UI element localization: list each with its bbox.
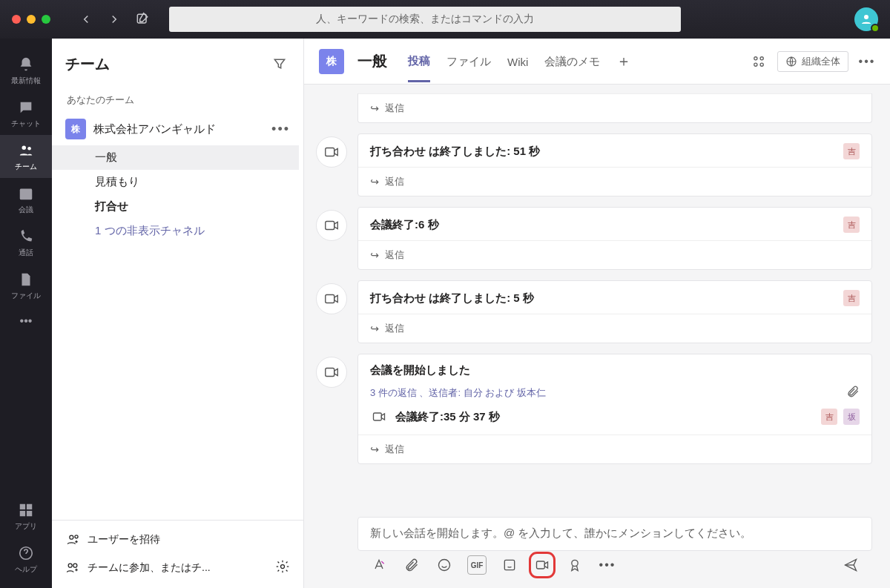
attach-icon[interactable] — [402, 555, 421, 575]
sub-message-title: 会議終了:35 分 37 秒 — [395, 410, 500, 424]
window-controls — [12, 15, 50, 24]
rail-apps[interactable]: アプリ — [0, 495, 52, 538]
section-your-teams: あなたのチーム — [52, 86, 299, 113]
svg-rect-7 — [20, 511, 25, 516]
rail-teams[interactable]: チーム — [0, 135, 52, 178]
reply-button[interactable]: ↩返信 — [358, 93, 871, 122]
channel-more-icon[interactable]: ••• — [859, 53, 875, 70]
reply-button[interactable]: ↩返信 — [358, 240, 871, 269]
minimize-window[interactable] — [27, 15, 36, 24]
meet-now-icon[interactable] — [533, 555, 552, 575]
join-create-label: チームに参加、またはチ... — [88, 561, 268, 575]
svg-rect-24 — [374, 413, 382, 420]
rail-more[interactable]: ••• — [15, 307, 37, 335]
search-input[interactable]: 人、キーワードの検索、またはコマンドの入力 — [169, 7, 681, 32]
svg-point-25 — [439, 560, 450, 571]
message-item: 会議終了:6 秒 吉 ↩返信 — [316, 207, 872, 270]
message-item: ↩返信 — [316, 93, 872, 123]
rail-chat[interactable]: チャット — [0, 92, 52, 135]
channel-team-avatar: 株 — [319, 49, 344, 74]
participant-avatar: 吉 — [821, 409, 837, 425]
privacy-button[interactable]: 組織全体 — [777, 51, 848, 72]
svg-point-1 — [864, 15, 868, 19]
svg-point-17 — [754, 63, 757, 66]
attachment-icon[interactable] — [846, 385, 860, 400]
reply-button[interactable]: ↩返信 — [358, 167, 871, 196]
svg-point-13 — [73, 564, 77, 567]
titlebar: 人、キーワードの検索、またはコマンドの入力 — [0, 0, 890, 39]
compose-more-icon[interactable]: ••• — [598, 555, 617, 575]
message-item: 打ち合わせ は終了しました: 51 秒 吉 ↩返信 — [316, 133, 872, 196]
rail-activity[interactable]: 最新情報 — [0, 49, 52, 92]
reply-button[interactable]: ↩返信 — [358, 314, 871, 343]
tab-files[interactable]: ファイル — [446, 42, 491, 81]
svg-rect-22 — [326, 295, 334, 303]
message-title: 会議終了:6 秒 — [370, 218, 439, 232]
team-more-icon[interactable]: ••• — [271, 122, 290, 137]
svg-rect-8 — [27, 511, 32, 516]
tab-wiki[interactable]: Wiki — [507, 42, 528, 80]
praise-icon[interactable] — [565, 555, 584, 575]
emoji-icon[interactable] — [435, 555, 454, 575]
invite-users-button[interactable]: ユーザーを招待 — [62, 526, 293, 553]
tab-posts[interactable]: 投稿 — [408, 41, 430, 82]
svg-point-10 — [70, 535, 73, 539]
channel-general[interactable]: 一般 — [52, 145, 299, 170]
svg-point-28 — [572, 560, 578, 566]
tab-notes[interactable]: 会議のメモ — [544, 42, 600, 81]
rail-label: 通話 — [19, 248, 33, 258]
maximize-window[interactable] — [42, 15, 50, 24]
rail-label: 最新情報 — [11, 76, 41, 86]
org-chart-icon[interactable] — [751, 53, 767, 70]
add-tab-icon[interactable]: ＋ — [616, 51, 631, 71]
svg-rect-26 — [504, 560, 514, 569]
svg-point-11 — [75, 535, 78, 538]
new-chat-button[interactable] — [132, 9, 153, 30]
hidden-channels-link[interactable]: 1 つの非表示チャネル — [52, 219, 299, 243]
message-title: 打ち合わせ は終了しました: 5 秒 — [370, 291, 534, 305]
compose-input[interactable]: 新しい会話を開始します。@ を入力して、誰かにメンションしてください。 — [358, 518, 871, 550]
presence-indicator — [871, 24, 880, 33]
channel-content: 株 一般 投稿 ファイル Wiki 会議のメモ ＋ 組織全体 ••• — [304, 39, 890, 588]
svg-point-16 — [760, 56, 763, 59]
panel-title: チーム — [65, 54, 269, 74]
message-title: 打ち合わせ は終了しました: 51 秒 — [370, 145, 540, 159]
rail-calls[interactable]: 通話 — [0, 221, 52, 264]
message-item: 打ち合わせ は終了しました: 5 秒 吉 ↩返信 — [316, 280, 872, 343]
channel-estimate[interactable]: 見積もり — [52, 170, 299, 194]
nav-back[interactable] — [76, 9, 96, 30]
message-list: ↩返信 打ち合わせ は終了しました: 51 秒 吉 ↩返信 会議終了:6 — [304, 85, 890, 505]
join-create-team-button[interactable]: チームに参加、またはチ... — [62, 553, 293, 582]
privacy-label: 組織全体 — [802, 55, 840, 68]
filter-icon[interactable] — [269, 53, 290, 74]
rail-label: アプリ — [15, 521, 37, 532]
close-window[interactable] — [12, 15, 21, 24]
rail-meetings[interactable]: 会議 — [0, 178, 52, 221]
sticker-icon[interactable] — [500, 555, 519, 575]
svg-rect-27 — [537, 561, 545, 569]
team-name: 株式会社アバンギャルド — [93, 122, 264, 136]
svg-point-12 — [68, 564, 72, 567]
rail-label: 会議 — [19, 205, 33, 215]
meeting-icon — [316, 210, 347, 241]
rail-help[interactable]: ヘルプ — [0, 538, 52, 581]
svg-rect-5 — [20, 504, 25, 509]
svg-rect-4 — [20, 189, 33, 200]
participant-avatar: 坂 — [843, 409, 860, 425]
manage-teams-gear-icon[interactable] — [275, 559, 290, 576]
profile-avatar[interactable] — [854, 7, 878, 31]
team-row[interactable]: 株 株式会社アバンギャルド ••• — [52, 113, 299, 145]
video-icon — [370, 408, 388, 426]
svg-rect-6 — [27, 504, 32, 509]
svg-rect-21 — [326, 222, 334, 230]
nav-forward[interactable] — [104, 9, 125, 30]
channel-meeting[interactable]: 打合せ — [52, 194, 299, 219]
rail-files[interactable]: ファイル — [0, 264, 52, 307]
gif-icon[interactable]: GIF — [467, 555, 487, 575]
thread-summary[interactable]: 3 件の返信 、送信者: 自分 および 坂本仁 — [370, 386, 546, 400]
reply-button[interactable]: ↩返信 — [358, 435, 871, 463]
format-icon[interactable] — [369, 555, 389, 575]
svg-point-15 — [754, 56, 757, 59]
send-icon[interactable] — [841, 555, 860, 575]
meeting-icon — [316, 357, 347, 388]
